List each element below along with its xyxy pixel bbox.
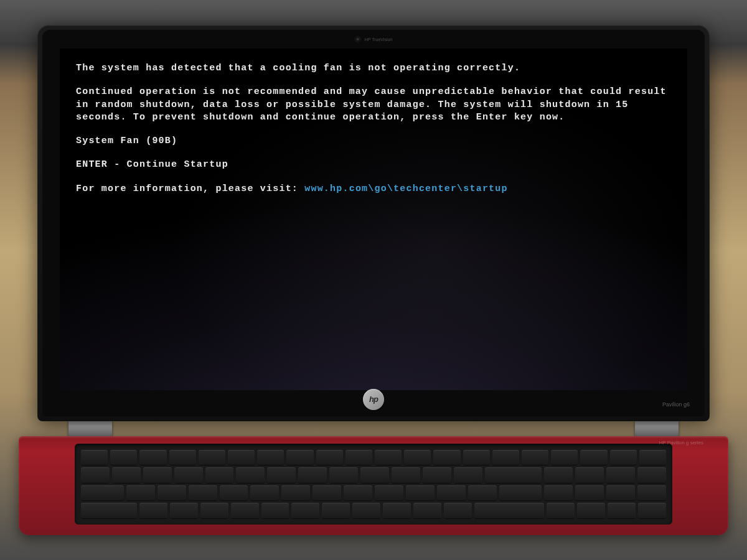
key-a[interactable]	[139, 503, 167, 518]
key-f3[interactable]	[169, 450, 196, 465]
key-y[interactable]	[281, 485, 310, 501]
key-7[interactable]	[298, 467, 327, 483]
key-num5[interactable]	[575, 485, 604, 501]
key-f4[interactable]	[199, 450, 225, 465]
key-num9[interactable]	[606, 467, 635, 483]
key-num7[interactable]	[544, 467, 573, 483]
key-semicolon[interactable]	[413, 503, 441, 518]
key-f[interactable]	[231, 503, 259, 518]
bios-screen: The system has detected that a cooling f…	[60, 49, 687, 390]
key-8[interactable]	[329, 467, 358, 483]
webcam-lens-icon	[355, 36, 361, 42]
key-numlk[interactable]	[551, 450, 578, 465]
key-del[interactable]	[522, 450, 548, 465]
key-equals[interactable]	[454, 467, 482, 483]
hinge-area	[31, 419, 716, 437]
key-num2[interactable]	[577, 503, 605, 518]
key-num4[interactable]	[544, 485, 573, 501]
key-9[interactable]	[360, 467, 389, 483]
webcam: HP TrueVision	[355, 36, 393, 42]
webcam-label: HP TrueVision	[365, 37, 393, 42]
key-o[interactable]	[375, 485, 403, 501]
key-row-2	[81, 485, 666, 501]
key-num8[interactable]	[575, 467, 604, 483]
key-i[interactable]	[344, 485, 372, 501]
brand-logo-area: hp	[363, 389, 384, 410]
base-series-label: HP Pavilion g series	[659, 440, 703, 446]
key-tilde[interactable]	[81, 467, 110, 483]
key-lbracket[interactable]	[437, 485, 466, 501]
key-6[interactable]	[267, 467, 296, 483]
key-g[interactable]	[261, 503, 289, 518]
key-numsub[interactable]	[639, 450, 666, 465]
key-backslash[interactable]	[499, 485, 542, 501]
key-4[interactable]	[205, 467, 234, 483]
key-r[interactable]	[220, 485, 248, 501]
bios-body: Continued operation is not recommended a…	[76, 86, 671, 124]
key-f2[interactable]	[139, 450, 166, 465]
key-f7[interactable]	[286, 450, 313, 465]
key-row-fn	[81, 450, 666, 465]
key-numdiv[interactable]	[580, 450, 607, 465]
key-q[interactable]	[126, 485, 155, 501]
hp-logo-icon: hp	[363, 389, 384, 410]
key-f9[interactable]	[345, 450, 372, 465]
key-0[interactable]	[392, 467, 420, 483]
key-h[interactable]	[291, 503, 319, 518]
key-prtsc[interactable]	[492, 450, 519, 465]
key-f12[interactable]	[433, 450, 460, 465]
key-f1[interactable]	[110, 450, 137, 465]
model-label: Pavilion g6	[662, 401, 690, 408]
key-5[interactable]	[236, 467, 265, 483]
screen-bezel: HP TrueVision The system has detected th…	[42, 30, 705, 416]
key-f11[interactable]	[404, 450, 431, 465]
key-row-3	[81, 503, 666, 518]
key-enter[interactable]	[474, 503, 544, 518]
laptop: HP TrueVision The system has detected th…	[22, 25, 725, 535]
key-rbracket[interactable]	[468, 485, 497, 501]
key-f8[interactable]	[316, 450, 343, 465]
key-backspace[interactable]	[485, 467, 542, 483]
key-minus[interactable]	[423, 467, 451, 483]
key-p[interactable]	[406, 485, 435, 501]
key-num6[interactable]	[606, 485, 635, 501]
key-k[interactable]	[352, 503, 380, 518]
key-nummul[interactable]	[610, 450, 637, 465]
key-capslock[interactable]	[81, 503, 137, 518]
bios-error-code: System Fan (90B)	[76, 135, 671, 147]
key-numadd[interactable]	[637, 467, 666, 483]
key-e[interactable]	[189, 485, 217, 501]
keyboard[interactable]	[75, 444, 672, 525]
screen-assembly: HP TrueVision The system has detected th…	[37, 25, 710, 421]
key-u[interactable]	[312, 485, 341, 501]
key-3[interactable]	[174, 467, 203, 483]
bios-action-prompt: ENTER - Continue Startup	[76, 159, 671, 171]
hinge-right	[635, 419, 679, 437]
key-numadd2[interactable]	[637, 485, 666, 501]
bios-heading: The system has detected that a cooling f…	[76, 62, 671, 75]
key-s[interactable]	[170, 503, 198, 518]
key-1[interactable]	[112, 467, 141, 483]
bios-info-prefix: For more information, please visit:	[76, 184, 304, 194]
key-quote[interactable]	[444, 503, 472, 518]
key-t[interactable]	[250, 485, 279, 501]
key-d[interactable]	[200, 503, 228, 518]
key-2[interactable]	[143, 467, 172, 483]
key-l[interactable]	[383, 503, 411, 518]
key-j[interactable]	[322, 503, 350, 518]
key-tab[interactable]	[81, 485, 124, 501]
key-f6[interactable]	[257, 450, 284, 465]
key-esc[interactable]	[81, 450, 108, 465]
key-num1[interactable]	[547, 503, 575, 518]
key-row-1	[81, 467, 666, 483]
hinge-left	[68, 419, 112, 437]
laptop-base: HP Pavilion g series	[19, 436, 728, 535]
key-w[interactable]	[157, 485, 186, 501]
bios-info-url: www.hp.com\go\techcenter\startup	[304, 184, 507, 194]
key-f10[interactable]	[375, 450, 402, 465]
key-ins[interactable]	[463, 450, 490, 465]
key-num3[interactable]	[608, 503, 636, 518]
key-numenter[interactable]	[638, 503, 666, 518]
key-f5[interactable]	[228, 450, 255, 465]
